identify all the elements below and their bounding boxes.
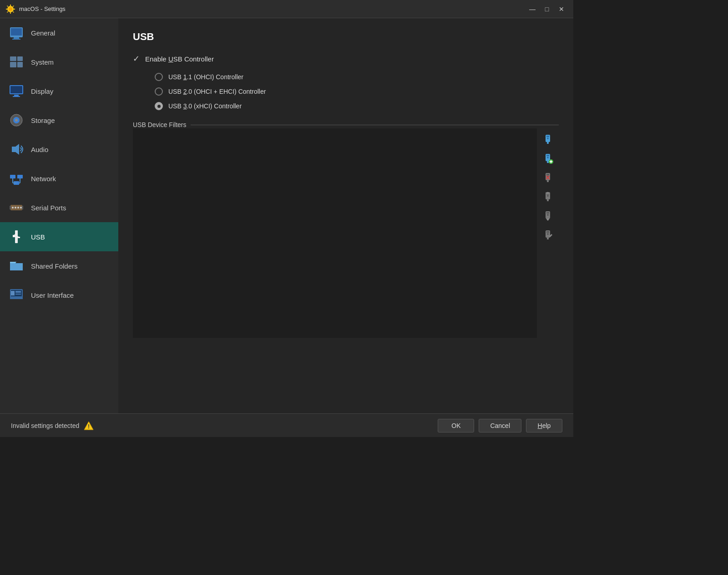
remove-filter-button[interactable]: [540, 169, 556, 186]
user-interface-icon: [8, 287, 25, 303]
usb30-radio[interactable]: [155, 102, 163, 110]
page-title: USB: [133, 31, 559, 43]
sidebar-item-serial-ports[interactable]: Serial Ports: [0, 193, 118, 222]
storage-icon: [8, 112, 25, 128]
content-area: USB ✓ Enable USB Controller USB 1.1 (OHC…: [118, 18, 573, 413]
svg-point-41: [15, 231, 18, 234]
audio-icon: [8, 141, 25, 158]
close-button[interactable]: ✕: [555, 4, 568, 14]
svg-rect-77: [546, 212, 549, 214]
status-area: Invalid settings detected !: [11, 421, 94, 431]
window-controls: — □ ✕: [526, 4, 568, 14]
warning-icon: !: [84, 421, 94, 431]
filters-actions: [537, 128, 559, 338]
sidebar-item-label: Shared Folders: [31, 262, 78, 270]
svg-rect-11: [11, 28, 22, 36]
filters-title: USB Device Filters: [133, 121, 186, 128]
general-icon: [8, 25, 25, 41]
svg-rect-16: [10, 62, 16, 67]
svg-point-74: [547, 195, 549, 197]
usb20-option[interactable]: USB 2.0 (OHCI + EHCI) Controller: [155, 87, 559, 96]
svg-point-36: [17, 207, 19, 209]
titlebar-left: macOS - Settings: [5, 4, 66, 14]
ok-button[interactable]: OK: [438, 419, 474, 433]
enable-usb-label: Enable USB Controller: [145, 55, 214, 63]
svg-point-34: [12, 207, 14, 209]
svg-rect-17: [17, 62, 23, 67]
sidebar-item-label: Network: [31, 175, 56, 183]
sidebar-item-user-interface[interactable]: User Interface: [0, 280, 118, 310]
usb11-option[interactable]: USB 1.1 (OHCI) Controller: [155, 73, 559, 81]
svg-rect-21: [13, 96, 20, 97]
filters-list: [133, 128, 537, 338]
svg-rect-53: [15, 294, 21, 295]
sidebar-item-general[interactable]: General: [0, 18, 118, 47]
add-usb-filter-button[interactable]: [540, 131, 556, 148]
sidebar-item-label: System: [31, 58, 54, 66]
svg-rect-56: [547, 142, 549, 144]
svg-point-35: [15, 207, 16, 209]
usb11-label: USB 1.1 (OHCI) Controller: [168, 73, 243, 81]
sidebar-item-audio[interactable]: Audio: [0, 135, 118, 164]
svg-marker-25: [12, 144, 19, 155]
sidebar-item-label: Audio: [31, 146, 48, 153]
edit-filter-button[interactable]: [540, 227, 556, 243]
svg-rect-52: [15, 291, 21, 293]
usb-version-group: USB 1.1 (OHCI) Controller USB 2.0 (OHCI …: [155, 73, 559, 110]
svg-rect-13: [12, 39, 20, 40]
usb20-radio[interactable]: [155, 87, 163, 96]
filters-header: USB Device Filters: [133, 121, 559, 128]
svg-line-9: [7, 11, 8, 12]
enable-usb-row[interactable]: ✓ Enable USB Controller: [133, 54, 559, 64]
cancel-button[interactable]: Cancel: [479, 419, 521, 433]
sidebar-item-label: Display: [31, 87, 53, 95]
bottom-bar: Invalid settings detected ! OK Cancel He…: [0, 413, 573, 437]
status-text: Invalid settings detected: [11, 422, 79, 429]
sidebar-item-network[interactable]: Network: [0, 164, 118, 193]
sidebar-item-label: Storage: [31, 117, 55, 124]
sidebar-item-storage[interactable]: Storage: [0, 106, 118, 135]
svg-rect-59: [546, 155, 549, 156]
filters-area: [133, 128, 559, 338]
window-title: macOS - Settings: [19, 5, 66, 12]
svg-point-57: [547, 137, 549, 139]
svg-rect-20: [14, 95, 19, 96]
svg-point-84: [547, 233, 549, 235]
svg-rect-66: [546, 174, 549, 175]
usb-filters-section: USB Device Filters: [133, 121, 559, 338]
maximize-button[interactable]: □: [541, 4, 553, 14]
svg-point-37: [20, 207, 22, 209]
svg-rect-83: [547, 238, 549, 239]
usb-icon: [8, 229, 25, 245]
sidebar-item-system[interactable]: System: [0, 47, 118, 76]
svg-point-61: [547, 157, 549, 158]
move-up-button[interactable]: [540, 188, 556, 205]
svg-line-8: [13, 5, 14, 6]
svg-rect-50: [15, 297, 23, 299]
enable-usb-checkbox[interactable]: ✓: [133, 54, 140, 64]
svg-rect-82: [546, 231, 549, 233]
svg-point-79: [547, 214, 549, 216]
sidebar-item-display[interactable]: Display: [0, 76, 118, 106]
minimize-button[interactable]: —: [526, 4, 539, 14]
svg-rect-26: [10, 175, 15, 178]
svg-text:!: !: [88, 423, 90, 430]
sidebar-item-shared-folders[interactable]: Shared Folders: [0, 251, 118, 280]
help-button[interactable]: Help: [526, 419, 562, 433]
add-new-filter-button[interactable]: [540, 150, 556, 167]
svg-rect-67: [547, 180, 549, 182]
move-down-button[interactable]: [540, 208, 556, 224]
usb11-radio[interactable]: [155, 73, 163, 81]
svg-rect-55: [546, 136, 549, 137]
sidebar-item-usb[interactable]: USB: [0, 222, 118, 251]
svg-line-6: [7, 5, 8, 6]
titlebar: macOS - Settings — □ ✕: [0, 0, 573, 18]
main-container: General System: [0, 18, 573, 413]
usb30-option[interactable]: USB 3.0 (xHCI) Controller: [155, 102, 559, 110]
svg-point-24: [15, 119, 18, 122]
shared-folders-icon: [8, 258, 25, 274]
svg-rect-19: [10, 86, 22, 93]
network-icon: [8, 170, 25, 187]
sidebar: General System: [0, 18, 118, 413]
svg-rect-73: [547, 199, 549, 201]
